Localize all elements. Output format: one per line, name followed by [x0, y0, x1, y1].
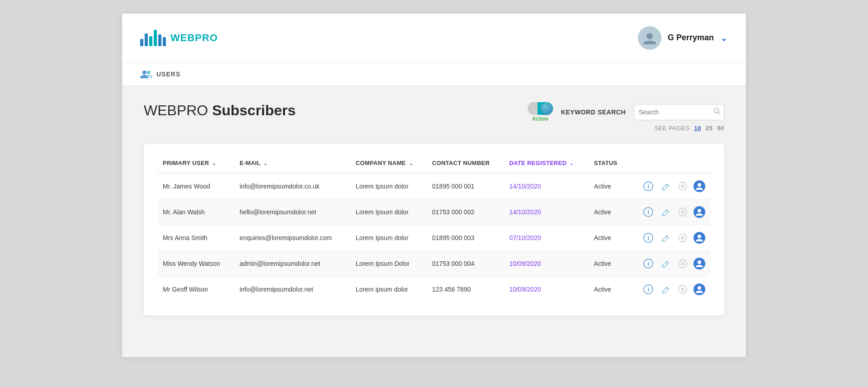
cell-contact: 01895 000 001	[427, 173, 504, 199]
cell-contact: 01753 000 004	[427, 251, 504, 277]
cell-company: Lorem Ipsum Dolor	[350, 251, 427, 277]
subnav: USERS	[122, 62, 746, 86]
cell-date[interactable]: 10/09/2020	[504, 277, 588, 302]
remove-icon-btn[interactable]	[676, 257, 689, 270]
remove-icon-btn[interactable]	[676, 180, 689, 193]
main-card: WEBPRO G Perryman ⌄ USERS	[122, 14, 746, 357]
svg-text:i: i	[647, 286, 649, 293]
search-wrap	[634, 104, 724, 120]
col-primary-user[interactable]: PRIMARY USER ⌄	[157, 153, 234, 173]
user-menu[interactable]: G Perryman ⌄	[638, 26, 728, 50]
remove-icon-btn[interactable]	[676, 206, 689, 218]
search-input[interactable]	[634, 104, 724, 120]
cell-actions: i	[627, 277, 711, 302]
table-header-row: PRIMARY USER ⌄ E-MAIL ⌄ COMPANY NAME ⌄ C…	[157, 153, 711, 173]
cell-primary-user: Mrs Anna Smith	[157, 225, 234, 251]
svg-point-0	[646, 33, 653, 39]
cell-primary-user: Mr Geoff Wilson	[157, 277, 234, 302]
svg-text:i: i	[647, 183, 649, 190]
user-profile-icon-btn[interactable]	[693, 180, 705, 192]
table-row: Mrs Anna Smith enquiries@loremipsumdolor…	[157, 225, 711, 251]
username-label: G Perryman	[668, 33, 714, 42]
svg-point-22	[698, 209, 701, 212]
cell-date[interactable]: 14/10/2020	[504, 199, 588, 225]
cell-status: Active	[589, 277, 627, 302]
svg-text:i: i	[647, 260, 649, 267]
col-date-registered[interactable]: DATE REGISTERED ⌄	[504, 153, 588, 173]
toggle-status-label: Active	[532, 116, 548, 122]
cell-actions: i	[627, 251, 711, 277]
topbar: WEBPRO G Perryman ⌄	[122, 14, 746, 62]
page-25[interactable]: 25	[706, 125, 712, 132]
cell-date[interactable]: 14/10/2020	[504, 173, 588, 199]
avatar	[638, 26, 661, 50]
cell-email: hello@loremipsumdolor.net	[234, 199, 350, 225]
svg-text:i: i	[647, 235, 649, 241]
subscribers-table: PRIMARY USER ⌄ E-MAIL ⌄ COMPANY NAME ⌄ C…	[157, 153, 711, 302]
page-10[interactable]: 10	[694, 125, 701, 132]
cell-actions: i	[627, 173, 711, 199]
cell-company: Lorem Ipsum dolor	[350, 173, 427, 199]
user-profile-icon-btn[interactable]	[693, 232, 705, 244]
edit-icon-btn[interactable]	[659, 206, 672, 218]
page-title: WEBPRO Subscribers	[144, 102, 296, 119]
info-icon-btn[interactable]: i	[642, 180, 655, 193]
header-controls: Active KEYWORD SEARCH SEE	[528, 102, 724, 132]
info-icon-btn[interactable]: i	[642, 257, 655, 270]
svg-line-4	[718, 113, 720, 114]
svg-point-40	[698, 260, 701, 264]
remove-icon-btn[interactable]	[676, 231, 689, 244]
info-icon-btn[interactable]: i	[642, 206, 655, 218]
cell-email: info@loremipsumdolor.co.uk	[234, 173, 350, 199]
cell-primary-user: Mr. James Wood	[157, 173, 234, 199]
toggle-knob	[541, 103, 552, 114]
keyword-toggle[interactable]	[528, 102, 553, 115]
cell-status: Active	[589, 225, 627, 251]
cell-status: Active	[589, 199, 627, 225]
pagination-row: SEE PAGES 10 25 50	[655, 125, 724, 132]
logo-area: WEBPRO	[140, 30, 218, 46]
table-row: Mr Geoff Wilson info@loremipsumdolor.net…	[157, 277, 711, 302]
main-content: WEBPRO Subscribers Active KEYWORD SEARCH	[122, 86, 746, 334]
table-card: PRIMARY USER ⌄ E-MAIL ⌄ COMPANY NAME ⌄ C…	[144, 144, 724, 316]
search-button[interactable]	[713, 108, 721, 117]
edit-icon-btn[interactable]	[659, 180, 672, 193]
avatar-icon	[642, 31, 657, 45]
edit-icon-btn[interactable]	[659, 283, 672, 296]
table-row: Mr. James Wood info@loremipsumdolor.co.u…	[157, 173, 711, 199]
col-company-name[interactable]: COMPANY NAME ⌄	[350, 153, 427, 173]
cell-contact: 123 456 7890	[427, 277, 504, 302]
svg-point-49	[698, 286, 701, 290]
remove-icon-btn[interactable]	[676, 283, 689, 296]
search-row: Active KEYWORD SEARCH	[528, 102, 724, 122]
edit-icon-btn[interactable]	[659, 231, 672, 244]
user-profile-icon-btn[interactable]	[693, 206, 705, 218]
cell-company: Lorem ipsum dolor	[350, 277, 427, 302]
cell-actions: i	[627, 225, 711, 251]
cell-status: Active	[589, 251, 627, 277]
logo-text: WEBPRO	[170, 32, 218, 44]
svg-text:i: i	[647, 209, 649, 216]
cell-primary-user: Mr. Alan Walsh	[157, 199, 234, 225]
user-profile-icon-btn[interactable]	[693, 258, 705, 269]
cell-actions: i	[627, 199, 711, 225]
cell-status: Active	[589, 173, 627, 199]
col-email[interactable]: E-MAIL ⌄	[234, 153, 350, 173]
edit-icon-btn[interactable]	[659, 257, 672, 270]
col-status: STATUS	[589, 153, 627, 173]
info-icon-btn[interactable]: i	[642, 231, 655, 244]
cell-company: Lorem Ipsum dolor	[350, 199, 427, 225]
user-profile-icon-btn[interactable]	[693, 283, 705, 295]
users-nav-icon	[140, 68, 152, 80]
svg-point-13	[698, 183, 701, 187]
user-chevron-icon[interactable]: ⌄	[720, 33, 728, 43]
cell-contact: 01895 000 003	[427, 225, 504, 251]
cell-date[interactable]: 07/10/2020	[504, 225, 588, 251]
info-icon-btn[interactable]: i	[642, 283, 655, 296]
col-contact-number: CONTACT NUMBER	[427, 153, 504, 173]
logo-icon	[140, 30, 166, 46]
page-50[interactable]: 50	[717, 125, 724, 132]
cell-primary-user: Miss Wendy Watson	[157, 251, 234, 277]
cell-date[interactable]: 10/09/2020	[504, 251, 588, 277]
cell-company: Lorem Ipsum dolor	[350, 225, 427, 251]
